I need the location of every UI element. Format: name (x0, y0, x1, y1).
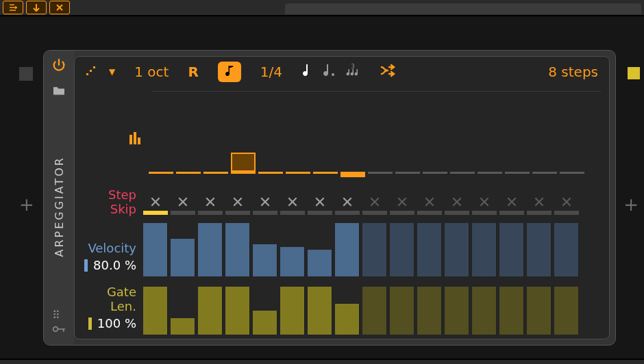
gate-lane[interactable] (143, 285, 601, 335)
velocity-lane[interactable] (143, 223, 601, 276)
pitch-step[interactable] (286, 172, 310, 174)
velocity-step[interactable] (143, 223, 168, 276)
step-skip-row: Step Skip ✕✕✕✕✕✕✕✕✕✕✕✕✕✕✕✕ (83, 189, 601, 215)
note-mode-button[interactable] (218, 62, 241, 82)
skip-step[interactable]: ✕ (527, 196, 552, 215)
skip-step[interactable]: ✕ (554, 196, 579, 215)
velocity-step[interactable] (362, 223, 387, 276)
gate-step[interactable] (362, 287, 387, 335)
velocity-step[interactable] (253, 244, 277, 276)
shuffle-icon[interactable] (380, 64, 396, 81)
velocity-step[interactable] (335, 223, 360, 276)
preset-folder-icon[interactable] (52, 84, 66, 99)
timing-triplet-icon[interactable]: 3 (345, 63, 360, 81)
steps-value[interactable]: 8 steps (548, 64, 598, 80)
timing-dotted-icon[interactable] (322, 63, 336, 81)
skip-step[interactable]: ✕ (225, 196, 250, 215)
gate-value[interactable]: 100 % (97, 316, 136, 330)
velocity-step[interactable] (280, 247, 305, 276)
gate-step[interactable] (253, 311, 277, 335)
pitch-step[interactable] (505, 172, 530, 174)
gate-step[interactable] (527, 287, 552, 335)
skip-step[interactable]: ✕ (362, 196, 387, 215)
skip-step[interactable]: ✕ (143, 196, 168, 215)
pattern-picker[interactable]: ▼ (86, 66, 115, 79)
retrigger-label[interactable]: R (188, 64, 198, 80)
gate-step[interactable] (417, 287, 442, 335)
skip-step[interactable]: ✕ (445, 196, 469, 215)
gate-step[interactable] (280, 287, 305, 335)
velocity-step[interactable] (308, 250, 332, 276)
skip-indicator (554, 211, 579, 215)
skip-step[interactable]: ✕ (390, 196, 414, 215)
pitch-step[interactable] (395, 172, 420, 174)
skip-step[interactable]: ✕ (171, 196, 195, 215)
velocity-step[interactable] (499, 223, 524, 276)
velocity-step[interactable] (225, 223, 250, 276)
gate-step[interactable] (445, 287, 469, 335)
octave-value[interactable]: 1 oct (134, 64, 169, 80)
pitch-step[interactable] (313, 172, 338, 174)
skip-x-icon: ✕ (369, 196, 381, 209)
gate-step[interactable] (143, 287, 168, 335)
velocity-step[interactable] (554, 223, 579, 276)
velocity-step[interactable] (171, 239, 195, 276)
gate-step[interactable] (472, 287, 497, 335)
skip-step[interactable]: ✕ (198, 196, 223, 215)
skip-step[interactable]: ✕ (335, 196, 360, 215)
pitch-lane[interactable] (149, 95, 601, 181)
pitch-step[interactable] (203, 172, 228, 174)
svg-rect-1 (86, 73, 88, 75)
add-device-left[interactable]: + (19, 194, 34, 215)
velocity-step[interactable] (390, 223, 414, 276)
velocity-step[interactable] (417, 223, 442, 276)
rate-value[interactable]: 1/4 (260, 64, 282, 80)
skip-x-icon: ✕ (314, 196, 326, 209)
skip-step[interactable]: ✕ (280, 196, 305, 215)
pitch-step[interactable] (423, 172, 447, 174)
gate-step[interactable] (499, 287, 524, 335)
gate-step[interactable] (390, 287, 414, 335)
pitch-step[interactable] (258, 172, 283, 174)
toolbar-btn-down[interactable] (26, 1, 47, 14)
velocity-value[interactable]: 80.0 % (93, 258, 136, 272)
add-device-right[interactable]: + (623, 194, 639, 215)
pitch-step[interactable] (532, 172, 557, 174)
gate-step[interactable] (225, 287, 250, 335)
velocity-step[interactable] (445, 223, 469, 276)
device-dots-icon[interactable]: ⠿ (52, 314, 66, 317)
pitch-step[interactable] (149, 172, 173, 174)
gate-step[interactable] (171, 318, 195, 335)
power-icon[interactable] (51, 57, 66, 76)
velocity-step[interactable] (198, 223, 223, 276)
pitch-step[interactable] (368, 172, 393, 174)
pitch-step[interactable] (176, 172, 201, 174)
skip-step[interactable]: ✕ (253, 196, 277, 215)
pitch-step[interactable] (231, 153, 256, 172)
skip-step[interactable]: ✕ (499, 196, 524, 215)
pitch-step[interactable] (478, 172, 502, 174)
gate-step[interactable] (198, 287, 223, 335)
device-key-icon[interactable] (52, 322, 66, 337)
pitch-step[interactable] (560, 172, 584, 174)
velocity-step[interactable] (527, 223, 552, 276)
toolbar-btn-list[interactable] (3, 1, 23, 14)
step-skip-lane[interactable]: ✕✕✕✕✕✕✕✕✕✕✕✕✕✕✕✕ (143, 189, 601, 215)
skip-step[interactable]: ✕ (472, 196, 497, 215)
skip-x-icon: ✕ (232, 196, 244, 209)
timing-mode[interactable]: 3 (301, 63, 360, 81)
timing-straight-icon[interactable] (301, 63, 312, 81)
toolbar-btn-close[interactable] (49, 1, 70, 14)
gate-step[interactable] (308, 287, 332, 335)
gate-label: Gate Len. (83, 285, 136, 313)
skip-step[interactable]: ✕ (308, 196, 332, 215)
svg-rect-7 (134, 132, 136, 144)
gate-step[interactable] (335, 304, 360, 335)
pitch-step[interactable] (340, 172, 365, 177)
gate-step[interactable] (554, 287, 579, 335)
pitch-step[interactable] (450, 172, 475, 174)
skip-x-icon: ✕ (560, 196, 573, 209)
velocity-step[interactable] (472, 223, 497, 276)
gate-tick-icon (88, 317, 92, 330)
skip-step[interactable]: ✕ (417, 196, 442, 215)
